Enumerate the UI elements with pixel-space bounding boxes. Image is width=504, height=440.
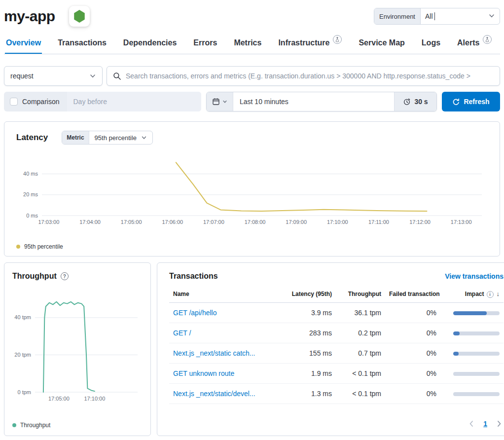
throughput-title: Throughput xyxy=(12,272,57,281)
latency-cell: 283 ms xyxy=(284,323,336,343)
comparison-select[interactable]: Day before xyxy=(67,92,201,111)
svg-text:17:12:00: 17:12:00 xyxy=(409,219,431,225)
comparison-group: Comparison Day before xyxy=(4,92,201,111)
chevron-down-icon xyxy=(488,12,495,21)
table-row: Next.js _next/static catch... 155 ms 0.7… xyxy=(169,343,504,363)
refresh-interval-button[interactable]: 30 s xyxy=(394,92,436,111)
metric-label: Metric xyxy=(62,131,89,144)
impact-cell xyxy=(440,343,504,363)
table-row: GET /api/hello 3.9 ms 36.1 tpm 0% xyxy=(169,302,504,323)
page-number[interactable]: 1 xyxy=(483,420,487,428)
refresh-button-label: Refresh xyxy=(464,98,489,106)
previous-page-button[interactable] xyxy=(469,420,473,427)
latency-panel: Latency Metric 95th percentile 0 ms20 ms… xyxy=(4,121,500,257)
svg-text:0 tpm: 0 tpm xyxy=(17,389,31,395)
latency-metric-select[interactable]: Metric 95th percentile xyxy=(62,131,153,145)
latency-legend[interactable]: 95th percentile xyxy=(16,243,488,250)
tab-dependencies[interactable]: Dependencies xyxy=(122,34,178,54)
impact-cell xyxy=(440,383,504,403)
super-date-picker: Last 10 minutes 30 s xyxy=(206,92,437,111)
tab-overview[interactable]: Overview xyxy=(5,34,42,54)
impact-bar xyxy=(453,352,500,356)
technical-preview-flask-icon xyxy=(333,35,342,44)
tab-infrastructure[interactable]: Infrastructure xyxy=(277,34,343,54)
transaction-link[interactable]: GET unknown route xyxy=(173,369,234,377)
failed-rate-cell: 0% xyxy=(385,363,440,383)
search-row: request xyxy=(4,66,500,86)
transaction-link[interactable]: GET /api/hello xyxy=(173,309,216,317)
environment-value-input[interactable]: All xyxy=(421,8,500,24)
throughput-cell: 0.2 tpm xyxy=(336,323,385,343)
transaction-link[interactable]: Next.js _next/static catch... xyxy=(173,349,255,357)
environment-filter[interactable]: Environment All xyxy=(374,8,500,25)
header: my-app Environment All xyxy=(4,0,500,28)
tab-logs[interactable]: Logs xyxy=(421,34,441,54)
text-cursor xyxy=(434,12,435,20)
search-icon xyxy=(113,72,121,80)
throughput-panel-head: Throughput ? xyxy=(12,272,143,281)
environment-label: Environment xyxy=(374,8,421,24)
column-header-throughput[interactable]: Throughput xyxy=(336,286,385,302)
time-range-value: Last 10 minutes xyxy=(240,98,288,106)
tab-metrics[interactable]: Metrics xyxy=(233,34,262,54)
impact-cell xyxy=(440,302,504,323)
tab-transactions[interactable]: Transactions xyxy=(57,34,108,54)
view-transactions-link[interactable]: View transactions xyxy=(445,272,504,280)
transaction-type-value: request xyxy=(10,72,34,80)
bottom-grid: Throughput ? 0 tpm20 tpm40 tpm17:05:0017… xyxy=(4,262,500,436)
failed-rate-cell: 0% xyxy=(385,302,440,323)
comparison-value: Day before xyxy=(73,98,107,106)
throughput-chart-area: 0 tpm20 tpm40 tpm17:05:0017:10:00 xyxy=(12,288,143,409)
transaction-link[interactable]: Next.js _next/static/devel... xyxy=(173,390,255,398)
svg-text:20 ms: 20 ms xyxy=(23,191,38,197)
latency-cell: 1.3 ms xyxy=(284,383,336,403)
chevron-right-icon xyxy=(497,420,502,427)
sort-desc-arrow-icon: ↓ xyxy=(497,290,500,297)
latency-title: Latency xyxy=(16,133,48,143)
search-input[interactable] xyxy=(126,72,494,80)
help-icon[interactable]: ? xyxy=(61,272,69,280)
column-header-failed-rate[interactable]: Failed transaction rate xyxy=(385,286,440,302)
table-header-row: Name Latency (95th) Throughput Failed tr… xyxy=(169,286,504,302)
svg-text:17:08:00: 17:08:00 xyxy=(245,219,266,225)
calendar-icon xyxy=(212,98,220,106)
impact-cell xyxy=(440,323,504,343)
failed-rate-cell: 0% xyxy=(385,323,440,343)
impact-bar xyxy=(453,311,500,315)
latency-chart[interactable]: 0 ms20 ms40 ms17:03:0017:04:0017:05:0017… xyxy=(16,155,488,230)
chevron-left-icon xyxy=(469,420,473,427)
column-header-latency[interactable]: Latency (95th) xyxy=(284,286,336,302)
transactions-panel-head: Transactions View transactions xyxy=(169,272,504,281)
comparison-checkbox[interactable] xyxy=(10,98,18,106)
legend-label: 95th percentile xyxy=(24,243,63,250)
failed-rate-cell: 0% xyxy=(385,343,440,363)
search-bar[interactable] xyxy=(107,66,500,86)
chevron-down-icon xyxy=(89,73,96,79)
impact-bar xyxy=(453,392,500,396)
latency-cell: 155 ms xyxy=(284,343,336,363)
tab-errors[interactable]: Errors xyxy=(192,34,218,54)
transaction-type-select[interactable]: request xyxy=(4,66,103,86)
throughput-panel: Throughput ? 0 tpm20 tpm40 tpm17:05:0017… xyxy=(4,262,151,436)
time-range-display[interactable]: Last 10 minutes xyxy=(233,92,394,111)
transaction-link[interactable]: GET / xyxy=(173,329,191,337)
nodejs-agent-badge xyxy=(69,6,90,27)
column-header-name[interactable]: Name xyxy=(169,286,284,302)
tab-service-map[interactable]: Service Map xyxy=(358,34,405,54)
date-picker-calendar-button[interactable] xyxy=(207,92,233,111)
refresh-button[interactable]: Refresh xyxy=(442,92,500,111)
table-row: Next.js _next/static/devel... 1.3 ms < 0… xyxy=(169,383,504,403)
column-header-impact[interactable]: Impacti↓ xyxy=(440,286,504,302)
latency-cell: 3.9 ms xyxy=(284,302,336,323)
svg-text:17:07:00: 17:07:00 xyxy=(203,219,224,225)
chevron-down-icon xyxy=(141,135,147,141)
throughput-chart[interactable]: 0 tpm20 tpm40 tpm17:05:0017:10:00 xyxy=(12,288,143,407)
refresh-icon xyxy=(452,98,460,106)
throughput-legend[interactable]: Throughput xyxy=(12,422,143,429)
svg-text:0 ms: 0 ms xyxy=(26,213,38,219)
tab-alerts[interactable]: Alerts xyxy=(456,34,493,54)
next-page-button[interactable] xyxy=(497,420,502,427)
svg-text:17:05:00: 17:05:00 xyxy=(48,396,70,402)
failed-rate-cell: 0% xyxy=(385,383,440,403)
svg-text:17:04:00: 17:04:00 xyxy=(79,219,101,225)
